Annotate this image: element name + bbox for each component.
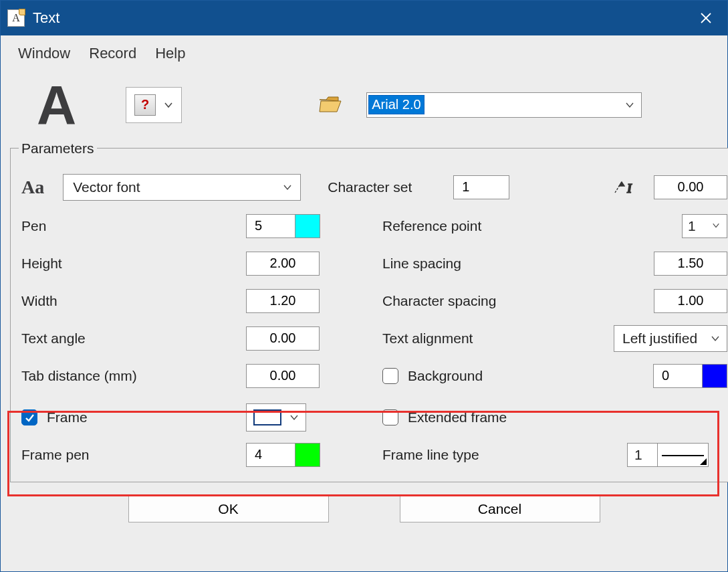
- letter-a-icon: A: [37, 83, 76, 127]
- framepen-label: Frame pen: [21, 447, 90, 463]
- charset-input[interactable]: [453, 175, 509, 199]
- aa-icon: Aa: [21, 177, 44, 198]
- menubar: Window Record Help: [1, 35, 727, 72]
- frame-checkbox[interactable]: [21, 409, 37, 425]
- ok-button[interactable]: OK: [128, 496, 329, 522]
- italic-angle-input[interactable]: [654, 175, 727, 199]
- dialog-buttons: OK Cancel: [7, 489, 721, 527]
- textalign-label: Text alignment: [382, 330, 473, 347]
- text-style-dropdown[interactable]: ?: [126, 87, 182, 123]
- charspacing-label: Character spacing: [382, 293, 496, 309]
- pen-color-swatch[interactable]: [295, 214, 320, 238]
- svg-marker-3: [619, 182, 624, 186]
- extended-frame-checkbox[interactable]: [382, 409, 398, 425]
- refpoint-value: 1: [688, 218, 696, 234]
- tabdist-label: Tab distance (mm): [21, 368, 137, 384]
- chevron-down-icon: [164, 100, 173, 110]
- textalign-value: Left justified: [622, 330, 697, 347]
- textangle-label: Text angle: [21, 330, 86, 347]
- charset-label: Character set: [328, 179, 441, 195]
- app-icon: A: [7, 9, 25, 27]
- dialog-window: A Text Window Record Help A ?: [0, 0, 728, 572]
- close-button[interactable]: [691, 3, 721, 33]
- framelinetype-label: Frame line type: [382, 447, 479, 463]
- frame-shape-select[interactable]: [246, 403, 306, 432]
- extended-frame-label: Extended frame: [408, 409, 507, 425]
- frame-label: Frame: [47, 409, 88, 425]
- background-label: Background: [408, 368, 483, 384]
- background-color-swatch[interactable]: [702, 364, 727, 388]
- height-label: Height: [21, 256, 62, 272]
- top-strip: A ? Arial 2.0: [7, 78, 721, 138]
- framelinetype-value: 1: [628, 447, 657, 463]
- linespacing-input[interactable]: [654, 252, 727, 276]
- menu-window[interactable]: Window: [18, 45, 70, 62]
- width-label: Width: [21, 293, 57, 309]
- svg-text:I: I: [626, 182, 632, 195]
- titlebar: A Text: [1, 1, 727, 35]
- rectangle-icon: [253, 409, 281, 425]
- tabdist-input[interactable]: [246, 364, 320, 388]
- linetype-preview-icon: [657, 444, 708, 466]
- height-input[interactable]: [246, 252, 320, 276]
- chevron-down-icon: [625, 100, 634, 110]
- chevron-down-icon: [289, 413, 299, 422]
- italic-angle-icon: I: [612, 178, 642, 197]
- parameters-legend: Parameters: [19, 140, 97, 157]
- background-pen-input[interactable]: [653, 364, 703, 388]
- font-type-value: Vector font: [73, 179, 140, 195]
- menu-record[interactable]: Record: [89, 45, 136, 62]
- cancel-button[interactable]: Cancel: [400, 496, 600, 522]
- chevron-down-icon: [711, 334, 720, 343]
- font-profile-select[interactable]: Arial 2.0: [366, 92, 642, 118]
- menu-help[interactable]: Help: [155, 45, 185, 62]
- linespacing-label: Line spacing: [382, 256, 461, 272]
- chevron-down-icon: [712, 221, 721, 231]
- font-profile-value: Arial 2.0: [368, 95, 424, 114]
- framepen-color-swatch[interactable]: [295, 443, 320, 467]
- textalign-select[interactable]: Left justified: [614, 325, 727, 352]
- framepen-input[interactable]: [246, 443, 295, 467]
- textangle-input[interactable]: [246, 326, 320, 351]
- parameters-group: Parameters Aa Vector font Character set: [10, 140, 728, 482]
- refpoint-label: Reference point: [382, 218, 481, 234]
- background-checkbox[interactable]: [382, 368, 398, 384]
- charspacing-input[interactable]: [654, 289, 727, 313]
- pen-label: Pen: [21, 218, 46, 234]
- client-area: A ? Arial 2.0: [1, 72, 727, 571]
- open-folder-button[interactable]: [318, 96, 342, 114]
- refpoint-select[interactable]: 1: [682, 214, 727, 238]
- window-title: Text: [33, 9, 691, 27]
- chevron-down-icon: [283, 183, 292, 192]
- width-input[interactable]: [246, 289, 320, 313]
- font-type-select[interactable]: Vector font: [63, 174, 301, 201]
- parameters-wrap: Parameters Aa Vector font Character set: [7, 138, 721, 489]
- unknown-style-icon: ?: [134, 94, 156, 116]
- pen-input[interactable]: [246, 214, 295, 238]
- framelinetype-select[interactable]: 1: [627, 443, 709, 467]
